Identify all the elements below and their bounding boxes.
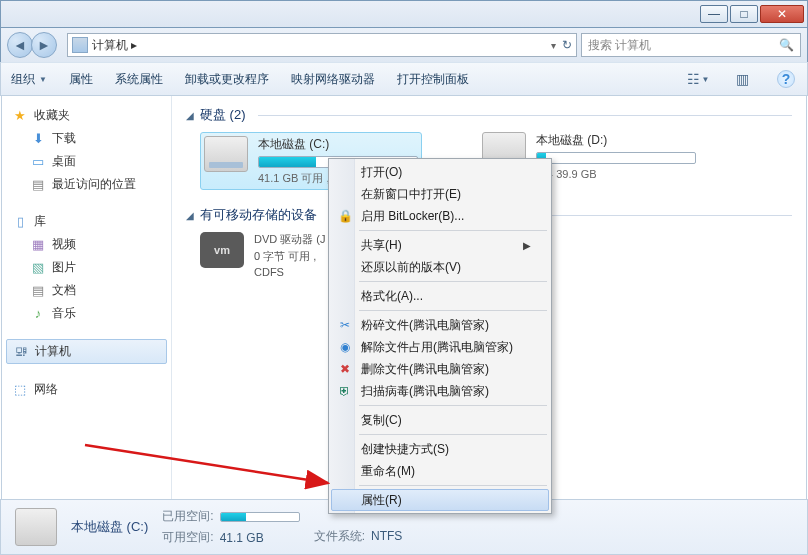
ctx-properties[interactable]: 属性(R): [331, 489, 549, 511]
drive-d-bar: [536, 152, 696, 164]
ctx-delete[interactable]: ✖删除文件(腾讯电脑管家): [331, 358, 549, 380]
status-used-label: 已用空间:: [162, 508, 213, 525]
collapse-icon: ◢: [186, 210, 194, 221]
recent-icon: ▤: [30, 177, 46, 193]
ctx-rename[interactable]: 重命名(M): [331, 460, 549, 482]
drive-d-label: 本地磁盘 (D:): [536, 132, 696, 149]
forward-button[interactable]: ►: [31, 32, 57, 58]
download-icon: ⬇: [30, 131, 46, 147]
drive-c-icon: [204, 136, 248, 172]
dvd-drive[interactable]: DVD 驱动器 (J 0 字节 可用 , CDFS: [254, 232, 326, 278]
ctx-restore[interactable]: 还原以前的版本(V): [331, 256, 549, 278]
music-icon: ♪: [30, 306, 46, 322]
ctx-format[interactable]: 格式化(A)...: [331, 285, 549, 307]
collapse-icon: ◢: [186, 110, 194, 121]
status-free-label: 可用空间:: [162, 529, 213, 546]
nav-network[interactable]: ⬚网络: [6, 378, 167, 401]
ctx-unlock[interactable]: ◉解除文件占用(腾讯电脑管家): [331, 336, 549, 358]
shred-icon: ✂: [337, 317, 353, 333]
ctx-share[interactable]: 共享(H)▶: [331, 234, 549, 256]
view-options-icon[interactable]: ☷▼: [687, 69, 709, 89]
search-placeholder: 搜索 计算机: [588, 37, 651, 54]
maximize-button[interactable]: □: [730, 5, 758, 23]
delete-icon: ✖: [337, 361, 353, 377]
toolbar-properties[interactable]: 属性: [69, 71, 93, 88]
refresh-icon[interactable]: ↻: [562, 38, 572, 52]
drive-d-stat: , 共 39.9 GB: [536, 167, 696, 182]
nav-recent[interactable]: ▤最近访问的位置: [6, 173, 167, 196]
status-used-bar: [220, 512, 300, 522]
computer-nav-icon: 🖳: [13, 344, 29, 360]
dvd-icon: vm: [200, 232, 244, 268]
nav-favorites[interactable]: ★收藏夹: [6, 104, 167, 127]
minimize-button[interactable]: —: [700, 5, 728, 23]
nav-documents[interactable]: ▤文档: [6, 279, 167, 302]
context-menu: 打开(O) 在新窗口中打开(E) 🔒启用 BitLocker(B)... 共享(…: [328, 158, 552, 514]
toolbar-organize[interactable]: 组织▼: [11, 71, 47, 88]
nav-desktop[interactable]: ▭桌面: [6, 150, 167, 173]
ctx-shred[interactable]: ✂粉碎文件(腾讯电脑管家): [331, 314, 549, 336]
desktop-icon: ▭: [30, 154, 46, 170]
ctx-scan[interactable]: ⛨扫描病毒(腾讯电脑管家): [331, 380, 549, 402]
nav-downloads[interactable]: ⬇下载: [6, 127, 167, 150]
video-icon: ▦: [30, 237, 46, 253]
nav-libraries[interactable]: ▯库: [6, 210, 167, 233]
breadcrumb-dropdown-icon[interactable]: ▾: [551, 40, 556, 51]
breadcrumb: 计算机 ▸: [92, 37, 137, 54]
address-row: ◄ ► 计算机 ▸ ▾ ↻ 搜索 计算机 🔍: [0, 28, 808, 62]
ctx-open[interactable]: 打开(O): [331, 161, 549, 183]
network-icon: ⬚: [12, 382, 28, 398]
ctx-open-new-window[interactable]: 在新窗口中打开(E): [331, 183, 549, 205]
drive-c-label: 本地磁盘 (C:): [258, 136, 418, 153]
computer-icon: [72, 37, 88, 53]
search-input[interactable]: 搜索 计算机 🔍: [581, 33, 801, 57]
title-bar: — □ ✕: [0, 0, 808, 28]
address-bar[interactable]: 计算机 ▸ ▾ ↻: [67, 33, 577, 57]
search-icon: 🔍: [779, 38, 794, 52]
ctx-bitlocker[interactable]: 🔒启用 BitLocker(B)...: [331, 205, 549, 227]
nav-buttons: ◄ ►: [7, 31, 63, 59]
status-fs-label: 文件系统:: [314, 528, 365, 545]
toolbar-sysprops[interactable]: 系统属性: [115, 71, 163, 88]
ctx-copy[interactable]: 复制(C): [331, 409, 549, 431]
picture-icon: ▧: [30, 260, 46, 276]
unlock-icon: ◉: [337, 339, 353, 355]
toolbar-mapdrive[interactable]: 映射网络驱动器: [291, 71, 375, 88]
close-button[interactable]: ✕: [760, 5, 804, 23]
nav-music[interactable]: ♪音乐: [6, 302, 167, 325]
ctx-shortcut[interactable]: 创建快捷方式(S): [331, 438, 549, 460]
star-icon: ★: [12, 108, 28, 124]
group-hdd[interactable]: ◢硬盘 (2): [186, 106, 792, 124]
preview-pane-icon[interactable]: ▥: [731, 69, 753, 89]
shield-icon: ⛨: [337, 383, 353, 399]
document-icon: ▤: [30, 283, 46, 299]
toolbar: 组织▼ 属性 系统属性 卸载或更改程序 映射网络驱动器 打开控制面板 ☷▼ ▥ …: [0, 62, 808, 96]
bitlocker-icon: 🔒: [337, 208, 353, 224]
nav-computer[interactable]: 🖳计算机: [6, 339, 167, 364]
nav-pictures[interactable]: ▧图片: [6, 256, 167, 279]
status-free-value: 41.1 GB: [220, 531, 264, 545]
help-icon[interactable]: ?: [775, 69, 797, 89]
toolbar-uninstall[interactable]: 卸载或更改程序: [185, 71, 269, 88]
submenu-arrow-icon: ▶: [523, 240, 531, 251]
status-drive-icon: [15, 508, 57, 546]
status-fs-value: NTFS: [371, 529, 402, 543]
nav-videos[interactable]: ▦视频: [6, 233, 167, 256]
status-title: 本地磁盘 (C:): [71, 518, 148, 536]
toolbar-ctrlpanel[interactable]: 打开控制面板: [397, 71, 469, 88]
nav-sidebar: ★收藏夹 ⬇下载 ▭桌面 ▤最近访问的位置 ▯库 ▦视频 ▧图片 ▤文档 ♪音乐…: [2, 96, 172, 499]
library-icon: ▯: [12, 214, 28, 230]
back-button[interactable]: ◄: [7, 32, 33, 58]
